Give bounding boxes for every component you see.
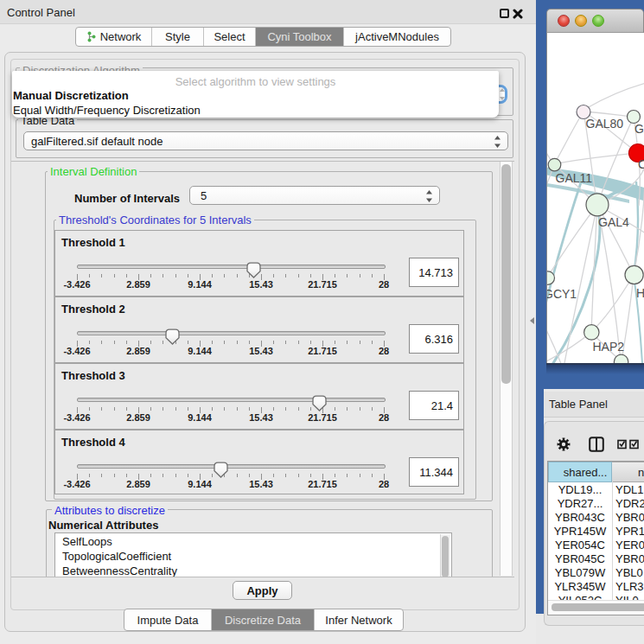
svg-text:GCY1: GCY1 [547,287,577,301]
svg-text:GA: GA [634,122,644,136]
svg-text:GAL4: GAL4 [598,215,629,229]
svg-text:H: H [636,286,644,300]
svg-text:GAL11: GAL11 [556,171,593,185]
svg-text:HAP2: HAP2 [593,340,625,354]
svg-text:GAL80: GAL80 [586,117,624,131]
svg-text:C: C [638,157,644,171]
